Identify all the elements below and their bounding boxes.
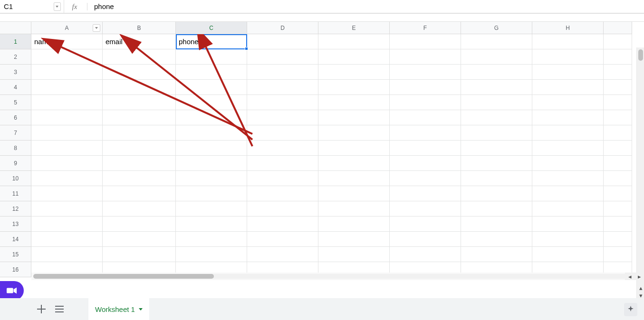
row-header-7[interactable]: 7: [0, 125, 31, 141]
name-box-input[interactable]: [0, 0, 54, 13]
cell-B14[interactable]: [103, 232, 176, 247]
cell-H9[interactable]: [532, 156, 604, 171]
cell-D5[interactable]: [247, 95, 318, 110]
cell-C10[interactable]: [176, 171, 247, 186]
cell-C13[interactable]: [176, 216, 247, 232]
cell-F1[interactable]: [390, 34, 461, 49]
cell-E5[interactable]: [318, 95, 390, 110]
cell-A5[interactable]: [31, 95, 103, 110]
scroll-right-button[interactable]: ▸: [634, 273, 644, 280]
cell-I13[interactable]: [604, 216, 632, 232]
cell-C5[interactable]: [176, 95, 247, 110]
cell-E10[interactable]: [318, 171, 390, 186]
row-header-2[interactable]: 2: [0, 49, 31, 65]
cell-G10[interactable]: [461, 171, 532, 186]
cell-C8[interactable]: [176, 141, 247, 156]
horizontal-scrollbar[interactable]: [31, 273, 636, 280]
cell-G3[interactable]: [461, 65, 532, 80]
cell-D6[interactable]: [247, 110, 318, 125]
row-header-8[interactable]: 8: [0, 141, 31, 156]
cell-A13[interactable]: [31, 216, 103, 232]
col-header-H[interactable]: H: [532, 22, 604, 34]
cell-I11[interactable]: [604, 186, 632, 201]
row-header-6[interactable]: 6: [0, 110, 31, 125]
row-header-4[interactable]: 4: [0, 80, 31, 95]
scroll-left-button[interactable]: ◂: [625, 273, 634, 280]
cell-A9[interactable]: [31, 156, 103, 171]
cell-A2[interactable]: [31, 49, 103, 65]
cell-grid[interactable]: name email phone: [31, 34, 632, 277]
cell-D13[interactable]: [247, 216, 318, 232]
row-header-16[interactable]: 16: [0, 262, 31, 277]
cell-H11[interactable]: [532, 186, 604, 201]
cell-A15[interactable]: [31, 247, 103, 262]
cell-G1[interactable]: [461, 34, 532, 49]
name-box[interactable]: [0, 0, 64, 13]
cell-G8[interactable]: [461, 141, 532, 156]
cell-F3[interactable]: [390, 65, 461, 80]
cell-A1[interactable]: name: [31, 34, 103, 49]
cell-B4[interactable]: [103, 80, 176, 95]
cell-I10[interactable]: [604, 171, 632, 186]
cell-D2[interactable]: [247, 49, 318, 65]
sheet-tab-active[interactable]: Worksheet 1: [88, 298, 149, 320]
cell-A10[interactable]: [31, 171, 103, 186]
cell-C14[interactable]: [176, 232, 247, 247]
cell-I14[interactable]: [604, 232, 632, 247]
cell-F8[interactable]: [390, 141, 461, 156]
cell-D14[interactable]: [247, 232, 318, 247]
cell-E9[interactable]: [318, 156, 390, 171]
cell-A12[interactable]: [31, 201, 103, 216]
chevron-down-icon[interactable]: [139, 308, 143, 311]
name-box-dropdown[interactable]: [54, 2, 61, 11]
cell-E13[interactable]: [318, 216, 390, 232]
cell-D12[interactable]: [247, 201, 318, 216]
cell-E8[interactable]: [318, 141, 390, 156]
cell-F4[interactable]: [390, 80, 461, 95]
formula-input[interactable]: [91, 0, 644, 13]
cell-I1[interactable]: [604, 34, 632, 49]
row-header-11[interactable]: 11: [0, 186, 31, 201]
cell-F6[interactable]: [390, 110, 461, 125]
row-header-13[interactable]: 13: [0, 216, 31, 232]
cell-C12[interactable]: [176, 201, 247, 216]
cell-F15[interactable]: [390, 247, 461, 262]
row-header-10[interactable]: 10: [0, 171, 31, 186]
cell-D11[interactable]: [247, 186, 318, 201]
cell-E4[interactable]: [318, 80, 390, 95]
cell-A11[interactable]: [31, 186, 103, 201]
col-header-G[interactable]: G: [461, 22, 532, 34]
cell-I12[interactable]: [604, 201, 632, 216]
cell-B8[interactable]: [103, 141, 176, 156]
cell-H15[interactable]: [532, 247, 604, 262]
cell-F14[interactable]: [390, 232, 461, 247]
scrollbar-thumb[interactable]: [33, 274, 214, 279]
row-header-15[interactable]: 15: [0, 247, 31, 262]
cell-H13[interactable]: [532, 216, 604, 232]
cell-C4[interactable]: [176, 80, 247, 95]
cell-C6[interactable]: [176, 110, 247, 125]
cell-B12[interactable]: [103, 201, 176, 216]
cell-C11[interactable]: [176, 186, 247, 201]
cell-F13[interactable]: [390, 216, 461, 232]
cell-I6[interactable]: [604, 110, 632, 125]
cell-I2[interactable]: [604, 49, 632, 65]
cell-F5[interactable]: [390, 95, 461, 110]
cell-B3[interactable]: [103, 65, 176, 80]
col-header-D[interactable]: D: [247, 22, 318, 34]
cell-E6[interactable]: [318, 110, 390, 125]
cell-B9[interactable]: [103, 156, 176, 171]
cell-H8[interactable]: [532, 141, 604, 156]
cell-G7[interactable]: [461, 125, 532, 141]
cell-E14[interactable]: [318, 232, 390, 247]
all-sheets-button[interactable]: [51, 301, 67, 317]
cell-E1[interactable]: [318, 34, 390, 49]
cell-B10[interactable]: [103, 171, 176, 186]
cell-H12[interactable]: [532, 201, 604, 216]
cell-H4[interactable]: [532, 80, 604, 95]
cell-D8[interactable]: [247, 141, 318, 156]
col-header-B[interactable]: B: [103, 22, 176, 34]
cell-A4[interactable]: [31, 80, 103, 95]
cell-C1[interactable]: phone: [176, 34, 247, 49]
cell-F7[interactable]: [390, 125, 461, 141]
